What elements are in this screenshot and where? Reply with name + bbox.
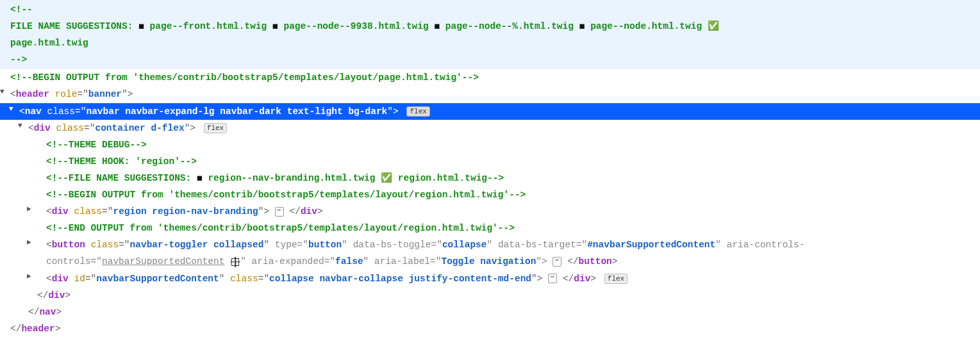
file-suggestions-line: FILE NAME SUGGESTIONS: ◼ page--front.htm… [10, 18, 980, 35]
header-open[interactable]: ▼ <header role="banner"> [0, 86, 980, 103]
begin-output-comment: <!--BEGIN OUTPUT from 'themes/contrib/bo… [0, 69, 980, 86]
div-collapse[interactable]: ▶ <div id="navbarSupportedContent" class… [0, 270, 980, 287]
close-div[interactable]: </div> [0, 287, 980, 304]
close-nav[interactable]: </nav> [0, 304, 980, 320]
ellipsis-icon[interactable]: ⋯ [548, 274, 557, 283]
expand-toggle[interactable]: ▶ [27, 236, 36, 249]
expand-toggle[interactable]: ▼ [0, 86, 9, 99]
file-suggestions-comment: <!--FILE NAME SUGGESTIONS: ◼ region--nav… [0, 170, 980, 186]
div-container[interactable]: ▼ <div class="container d-flex"> flex [0, 120, 980, 136]
begin-output-comment: <!--BEGIN OUTPUT from 'themes/contrib/bo… [0, 186, 980, 203]
bullet-icon: ◼ [434, 21, 440, 31]
file-suggestions-line2: page.html.twig [10, 35, 980, 51]
expand-toggle[interactable]: ▶ [27, 270, 36, 283]
flex-badge[interactable]: flex [604, 274, 627, 284]
file-suggestions-comment: <!-- FILE NAME SUGGESTIONS: ◼ page--fron… [0, 0, 980, 69]
check-icon: ✅ [381, 173, 392, 183]
flex-badge[interactable]: flex [406, 106, 429, 117]
aria-link-icon[interactable] [231, 258, 239, 266]
expand-toggle[interactable]: ▼ [18, 120, 27, 133]
theme-debug-comment: <!--THEME DEBUG--> [0, 136, 980, 153]
bullet-icon: ◼ [579, 21, 585, 31]
ellipsis-icon[interactable]: ⋯ [552, 257, 561, 267]
nav-element-selected[interactable]: ▼ <nav class="navbar navbar-expand-lg na… [0, 103, 980, 120]
bullet-icon: ◼ [138, 21, 144, 31]
comment-open: <!-- [10, 1, 980, 18]
end-output-comment: <!--END OUTPUT from 'themes/contrib/boot… [0, 220, 980, 236]
expand-toggle[interactable]: ▼ [9, 103, 18, 116]
check-icon: ✅ [708, 21, 719, 31]
bullet-icon: ◼ [272, 21, 278, 31]
close-header[interactable]: </header> [0, 320, 980, 337]
ellipsis-icon[interactable]: ⋯ [275, 207, 284, 217]
expand-toggle[interactable]: ▶ [27, 203, 36, 216]
comment-close: --> [10, 51, 980, 68]
flex-badge[interactable]: flex [204, 123, 227, 133]
theme-hook-comment: <!--THEME HOOK: 'region'--> [0, 153, 980, 170]
button-element-cont[interactable]: controls="navbarSupportedContent " aria-… [0, 253, 980, 270]
bullet-icon: ◼ [197, 173, 203, 183]
div-region[interactable]: ▶ <div class="region region-nav-branding… [0, 203, 980, 220]
button-element[interactable]: ▶ <button class="navbar-toggler collapse… [0, 236, 980, 253]
